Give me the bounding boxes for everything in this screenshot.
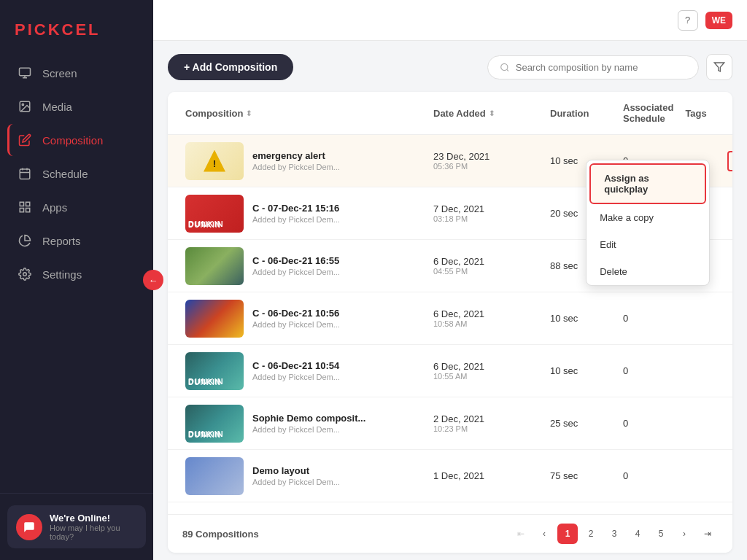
sidebar-label-media: Media — [42, 101, 72, 113]
date-cell-5: 6 Dec, 2021 10:55 AM — [427, 355, 544, 386]
sidebar-item-apps[interactable]: Apps — [7, 191, 146, 223]
row-actions-button-6[interactable]: ⋮ — [727, 413, 732, 434]
svg-rect-9 — [20, 202, 23, 206]
table-row: ! emergency alert Added by Pickcel Dem..… — [168, 135, 732, 187]
schedule-cell-6: 0 — [617, 412, 634, 435]
date-cell-1: 23 Dec, 2021 05:36 PM — [427, 145, 544, 176]
composition-cell-6: DUNKIN Sophie Demo composit... Added by … — [179, 399, 427, 448]
more-btn-1[interactable]: ⋮ Assign as quickplay Make a copy Edit D… — [721, 145, 732, 177]
composition-cell-3: C - 06-Dec-21 16:55 Added by Pickcel Dem… — [179, 241, 427, 291]
topbar: ? WE — [153, 0, 747, 41]
comp-info-6: Sophie Demo composit... Added by Pickcel… — [252, 413, 365, 434]
duration-cell-5: 10 sec — [544, 359, 617, 382]
composition-table: Composition ⇕ Date Added ⇕ Duration Asso… — [168, 92, 732, 553]
pagination-page-1[interactable]: 1 — [557, 524, 578, 544]
pagination-page-5[interactable]: 5 — [651, 524, 671, 544]
context-menu: Assign as quickplay Make a copy Edit Del… — [586, 160, 710, 286]
table-row: C - 06-Dec-21 10:56 Added by Pickcel Dem… — [168, 292, 732, 345]
sidebar-label-screen: Screen — [42, 67, 77, 79]
row-actions-button-7[interactable]: ⋮ — [727, 466, 732, 486]
chat-avatar — [16, 514, 42, 540]
pagination-last[interactable]: ⇥ — [697, 524, 718, 544]
comp-info-7: Demo layout Added by Pickcel Dem... — [252, 465, 340, 486]
tags-cell-6 — [634, 418, 721, 429]
sidebar-item-screen[interactable]: Screen — [7, 57, 146, 89]
context-menu-edit[interactable]: Edit — [587, 231, 709, 258]
user-menu-button[interactable]: WE — [705, 12, 732, 29]
pagination-first[interactable]: ⇤ — [511, 524, 531, 544]
search-box[interactable] — [487, 55, 699, 79]
sort-icon-composition: ⇕ — [246, 109, 252, 117]
filter-button[interactable] — [706, 54, 732, 80]
thumb-teal-1: DUNKIN — [185, 352, 244, 390]
search-icon — [500, 62, 510, 73]
pagination-page-3[interactable]: 3 — [604, 524, 624, 544]
table-footer: 89 Compositions ⇤ ‹ 1 2 3 4 5 › ⇥ — [168, 514, 732, 553]
sidebar-item-media[interactable]: Media — [7, 90, 146, 122]
row-actions-button-5[interactable]: ⋮ — [727, 361, 732, 381]
sidebar-item-composition[interactable]: Composition — [7, 124, 146, 156]
pagination: ⇤ ‹ 1 2 3 4 5 › ⇥ — [511, 524, 718, 544]
composition-count: 89 Compositions — [182, 529, 259, 540]
pagination-next[interactable]: › — [674, 524, 694, 544]
composition-cell-7: Demo layout Added by Pickcel Dem... — [179, 451, 427, 501]
svg-rect-5 — [20, 169, 30, 179]
image-icon — [18, 99, 32, 114]
composition-cell-1: ! emergency alert Added by Pickcel Dem..… — [179, 136, 427, 186]
context-menu-delete[interactable]: Delete — [587, 258, 709, 285]
pagination-page-4[interactable]: 4 — [627, 524, 648, 544]
action-bar: + Add Composition — [168, 54, 732, 80]
date-cell-6: 2 Dec, 2021 10:23 PM — [427, 408, 544, 439]
help-button[interactable]: ? — [678, 10, 698, 31]
sidebar-label-composition: Composition — [42, 134, 103, 147]
table-body: ! emergency alert Added by Pickcel Dem..… — [168, 135, 732, 514]
tags-cell-7 — [634, 470, 721, 482]
svg-line-15 — [507, 69, 508, 71]
th-date-added: Date Added ⇕ — [427, 92, 544, 134]
main-content: ? WE + Add Composition — [153, 0, 747, 560]
pagination-prev[interactable]: ‹ — [534, 524, 554, 544]
comp-info-3: C - 06-Dec-21 16:55 Added by Pickcel Dem… — [252, 255, 340, 276]
th-duration: Duration — [544, 92, 617, 134]
sidebar-item-schedule[interactable]: Schedule — [7, 158, 146, 190]
grid-icon — [18, 200, 32, 214]
sidebar-nav: Screen Media Composition Schedule — [0, 57, 153, 493]
th-tags: Tags — [679, 92, 732, 134]
more-btn-2[interactable]: ⋮ — [721, 198, 732, 230]
pagination-page-2[interactable]: 2 — [581, 524, 601, 544]
more-btn-6[interactable]: ⋮ — [721, 408, 732, 440]
sidebar-item-settings[interactable]: Settings — [7, 258, 146, 290]
context-menu-copy[interactable]: Make a copy — [587, 204, 709, 231]
sort-icon-date: ⇕ — [489, 109, 495, 117]
sidebar-label-schedule: Schedule — [42, 168, 88, 180]
monitor-icon — [18, 66, 32, 80]
thumb-nature — [185, 247, 244, 285]
composition-cell-5: DUNKIN C - 06-Dec-21 10:54 Added by Pick… — [179, 346, 427, 396]
date-cell-2: 7 Dec, 2021 03:18 PM — [427, 198, 544, 229]
more-btn-5[interactable]: ⋮ — [721, 355, 732, 387]
gear-icon — [18, 267, 32, 281]
more-btn-7[interactable]: ⋮ — [721, 460, 732, 492]
date-cell-3: 6 Dec, 2021 04:55 PM — [427, 250, 544, 281]
comp-info-5: C - 06-Dec-21 10:54 Added by Pickcel Dem… — [252, 360, 340, 381]
add-composition-button[interactable]: + Add Composition — [168, 54, 293, 80]
more-btn-3[interactable]: ⋮ — [721, 250, 732, 282]
search-input[interactable] — [516, 62, 686, 73]
svg-point-14 — [501, 63, 508, 70]
date-cell-4: 6 Dec, 2021 10:58 AM — [427, 303, 544, 334]
duration-cell-7: 75 sec — [544, 464, 617, 487]
logo-text: PICKCEL — [15, 20, 101, 39]
more-btn-4[interactable]: ⋮ — [721, 303, 732, 335]
sidebar-collapse-button[interactable]: ← — [143, 270, 163, 290]
row-actions-button-4[interactable]: ⋮ — [727, 308, 732, 329]
row-actions-button-2[interactable]: ⋮ — [727, 203, 732, 224]
row-actions-button-3[interactable]: ⋮ — [727, 256, 732, 276]
pie-icon — [18, 233, 32, 248]
context-menu-quickplay[interactable]: Assign as quickplay — [589, 163, 706, 204]
sidebar-item-reports[interactable]: Reports — [7, 225, 146, 257]
row-actions-button-1[interactable]: ⋮ Assign as quickplay Make a copy Edit D… — [727, 151, 732, 171]
thumb-dunkin1: DUNKIN — [185, 195, 244, 233]
chat-widget[interactable]: We're Online! How may I help you today? — [7, 505, 146, 548]
sidebar: PICKCEL Screen Media Composition — [0, 0, 153, 560]
thumb-sophie: DUNKIN — [185, 405, 244, 443]
